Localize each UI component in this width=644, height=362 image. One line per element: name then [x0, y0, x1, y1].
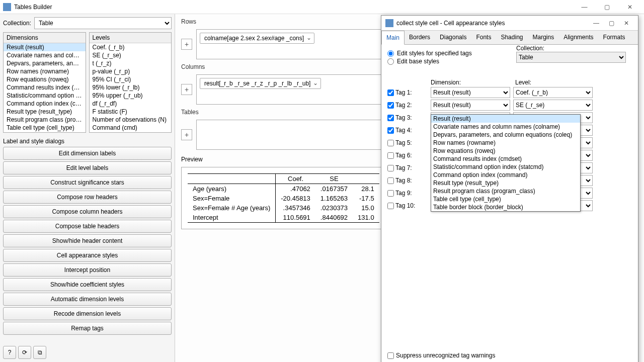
tag-label: Tag 5:: [395, 139, 412, 146]
level-item[interactable]: df (_r_df): [90, 100, 172, 108]
copy-icon[interactable]: ⧉: [33, 346, 46, 359]
level-item[interactable]: Coef. (_r_b): [90, 43, 172, 51]
tag-checkbox[interactable]: [387, 190, 394, 197]
dimension-dropdown-open[interactable]: Result (result)Covariate names and colum…: [431, 114, 581, 212]
tag-checkbox[interactable]: [387, 140, 394, 146]
collection-select[interactable]: Table: [34, 17, 172, 29]
dropdown-item[interactable]: Covariate names and column names (colnam…: [431, 123, 580, 131]
tag-checkbox[interactable]: [387, 203, 394, 209]
tag-label: Tag 7:: [395, 164, 412, 171]
tab-borders[interactable]: Borders: [405, 31, 435, 44]
dimension-item[interactable]: Command option index (co…: [4, 100, 86, 108]
close-button[interactable]: ✕: [618, 0, 641, 14]
dimension-item[interactable]: Row equations (roweq): [4, 75, 86, 83]
dropdown-item[interactable]: Table cell type (cell_type): [431, 195, 580, 203]
dimension-item[interactable]: Result type (result_type): [4, 108, 86, 116]
levels-list[interactable]: Coef. (_r_b)SE (_r_se)t (_r_z)p-value (_…: [90, 43, 172, 132]
level-item[interactable]: 95% lower (_r_lb): [90, 83, 172, 92]
dimension-item[interactable]: Command results index (cm…: [4, 83, 86, 92]
dropdown-item[interactable]: Command option index (command): [431, 171, 580, 179]
tag-level-select[interactable]: Coef. (_r_b): [513, 87, 593, 98]
tag-checkbox[interactable]: [387, 165, 394, 171]
dimension-item[interactable]: Table border block (border_bl…: [4, 132, 86, 132]
dimension-item[interactable]: Depvars, parameters, and col…: [4, 59, 86, 67]
dropdown-item[interactable]: Depvars, parameters, and column equation…: [431, 131, 580, 139]
tab-margins[interactable]: Margins: [528, 31, 559, 44]
dialog-launcher-button[interactable]: Intercept position: [3, 263, 172, 277]
level-item[interactable]: 95% upper (_r_ub): [90, 92, 172, 100]
tag-dimension-select[interactable]: Result (result): [431, 87, 510, 98]
dialog-close-button[interactable]: ✕: [619, 20, 634, 27]
dropdown-item[interactable]: Result program class (program_class): [431, 187, 580, 195]
level-item[interactable]: F statistic (F): [90, 108, 172, 116]
dialog-icon: [385, 19, 393, 27]
maximize-button[interactable]: ▢: [596, 0, 618, 14]
dropdown-item[interactable]: Row equations (roweq): [431, 147, 580, 155]
dimension-item[interactable]: Result (result): [4, 43, 86, 51]
edit-base-radio[interactable]: [387, 58, 394, 65]
level-item[interactable]: SE (_r_se): [90, 51, 172, 59]
level-item[interactable]: Number of observations (N): [90, 116, 172, 124]
tag-checkbox[interactable]: [387, 102, 394, 109]
tab-main[interactable]: Main: [381, 31, 405, 45]
dimension-item[interactable]: Statistic/command option in…: [4, 92, 86, 100]
dialog-launcher-button[interactable]: Show/hide coefficient styles: [3, 278, 172, 291]
dropdown-item[interactable]: Result type (result_type): [431, 179, 580, 187]
tag-checkbox[interactable]: [387, 152, 394, 159]
minimize-button[interactable]: —: [573, 0, 596, 14]
dimension-item[interactable]: Result program class (progra…: [4, 116, 86, 124]
rows-chip[interactable]: colname[age 2.sex 2.sex#age _cons]: [200, 33, 314, 44]
tag-checkbox[interactable]: [387, 89, 394, 96]
tab-formats[interactable]: Formats: [599, 31, 630, 44]
level-item[interactable]: 95% CI (_r_ci): [90, 75, 172, 83]
dialog-launcher-button[interactable]: Remap tags: [3, 322, 172, 335]
dialog-launcher-button[interactable]: Cell appearance styles: [3, 249, 172, 262]
level-item[interactable]: Command (cmd): [90, 124, 172, 132]
tag-checkbox[interactable]: [387, 177, 394, 184]
tag-checkbox[interactable]: [387, 127, 394, 134]
tab-alignments[interactable]: Alignments: [559, 31, 598, 44]
dialog-launcher-button[interactable]: Show/hide header content: [3, 234, 172, 247]
edit-specified-radio[interactable]: [387, 50, 394, 57]
columns-add-button[interactable]: +: [181, 84, 192, 95]
rows-add-button[interactable]: +: [181, 39, 192, 50]
help-icon[interactable]: ?: [3, 346, 16, 359]
dropdown-item[interactable]: Command results index (cmdset): [431, 155, 580, 163]
dialog-minimize-button[interactable]: —: [589, 20, 604, 27]
tables-add-button[interactable]: +: [181, 129, 192, 140]
columns-chip[interactable]: result[_r_b _r_se _r_z _r_p _r_lb _r_ub]: [200, 78, 321, 89]
dialog-launcher-button[interactable]: Compose table headers: [3, 220, 172, 233]
tag-level-select[interactable]: SE (_r_se): [513, 100, 593, 111]
dialog-launcher-button[interactable]: Automatic dimension levels: [3, 293, 172, 306]
dialog-launcher-button[interactable]: Recode dimension levels: [3, 307, 172, 320]
dimensions-list[interactable]: Result (result)Covariate names and colum…: [4, 43, 86, 132]
dialog-maximize-button[interactable]: ▢: [604, 20, 619, 27]
left-panel: Collection: Table Dimensions Result (res…: [0, 14, 175, 362]
dlg-collection-select[interactable]: Table: [516, 52, 626, 63]
level-item[interactable]: p-value (_r_p): [90, 67, 172, 75]
tag-label: Tag 4:: [395, 127, 412, 134]
dropdown-item[interactable]: Row names (rowname): [431, 139, 580, 147]
tag-dimension-select[interactable]: Result (result): [431, 100, 510, 111]
level-item[interactable]: Command line as typed (cm…: [90, 132, 172, 132]
edit-specified-label: Edit styles for specified tags: [397, 50, 472, 57]
dimension-item[interactable]: Covariate names and column…: [4, 51, 86, 59]
refresh-icon[interactable]: ⟳: [18, 346, 31, 359]
tab-diagonals[interactable]: Diagonals: [435, 31, 471, 44]
tab-fonts[interactable]: Fonts: [471, 31, 496, 44]
level-item[interactable]: t (_r_z): [90, 59, 172, 67]
tab-shading[interactable]: Shading: [496, 31, 528, 44]
dialog-launcher-button[interactable]: Construct significance stars: [3, 176, 172, 189]
dropdown-item[interactable]: Statistic/command option index (statcmd): [431, 163, 580, 171]
dialog-launcher-button[interactable]: Compose row headers: [3, 191, 172, 204]
dialog-launcher-button[interactable]: Compose column headers: [3, 205, 172, 218]
suppress-checkbox[interactable]: [387, 352, 394, 359]
dropdown-item[interactable]: Result (result): [431, 115, 580, 123]
dimension-item[interactable]: Table cell type (cell_type): [4, 124, 86, 132]
dropdown-item[interactable]: Table border block (border_block): [431, 203, 580, 211]
suppress-label: Suppress unrecognized tag warnings: [396, 352, 495, 359]
dialog-launcher-button[interactable]: Edit level labels: [3, 161, 172, 174]
dialog-launcher-button[interactable]: Edit dimension labels: [3, 147, 172, 160]
dimension-item[interactable]: Row names (rowname): [4, 67, 86, 75]
tag-checkbox[interactable]: [387, 115, 394, 121]
